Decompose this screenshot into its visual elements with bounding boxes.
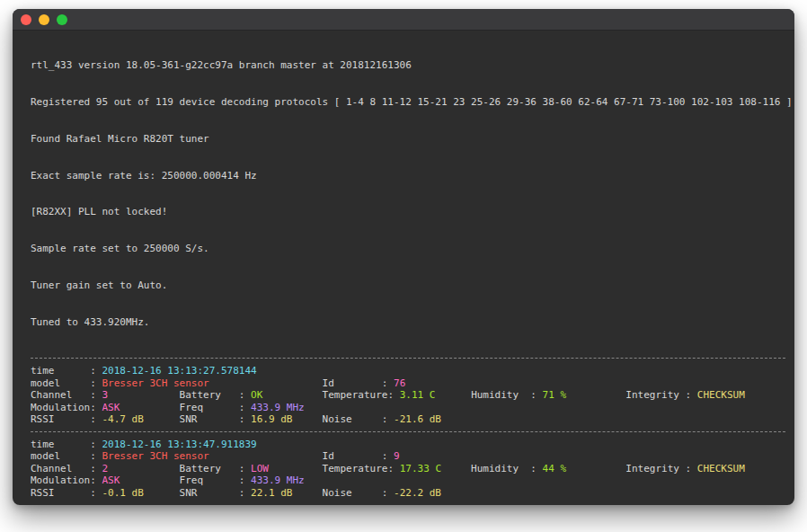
terminal-line: Found Rafael Micro R820T tuner (31, 133, 789, 146)
terminal-line: Tuner gain set to Auto. (31, 279, 789, 292)
terminal-line: model : Bresser 3CH sensor Id : 76 (31, 377, 789, 390)
field-label: Modulation: (31, 402, 102, 413)
field-value: 3.11 C (400, 389, 436, 401)
record-separator (31, 426, 789, 439)
terminal-line: Channel : 3 Battery : OK Temperature: 3.… (31, 389, 789, 402)
field-value: 9 (394, 450, 400, 462)
field-value: 433.9 MHz (251, 402, 305, 413)
field-value: 2018-12-16 13:13:47.911839 (102, 439, 256, 450)
field-value: 22.1 dB (251, 487, 292, 499)
field-value: CHECKSUM (697, 389, 745, 401)
field-label: Integrity : (566, 389, 697, 401)
field-value: 433.9 MHz (251, 474, 305, 486)
field-value: ASK (102, 474, 120, 486)
field-value: -4.7 dB (102, 413, 143, 425)
minimize-button[interactable] (39, 14, 49, 25)
record-separator (31, 500, 789, 504)
field-label: model : (31, 450, 102, 462)
field-value: -22.2 dB (394, 487, 441, 499)
terminal-line: [R82XX] PLL not locked! (31, 206, 789, 218)
terminal-content[interactable]: rtl_433 version 18.05-361-g22cc97a branc… (13, 31, 794, 504)
field-value: -21.6 dB (394, 413, 441, 425)
field-label: Id : (209, 450, 394, 462)
field-value: Bresser 3CH sensor (102, 450, 208, 462)
zoom-button[interactable] (57, 14, 67, 25)
field-label: RSSI : (31, 413, 102, 425)
field-label: Battery : (108, 389, 251, 401)
field-label: RSSI : (31, 487, 102, 499)
field-value: 76 (394, 377, 405, 389)
field-label: Id : (209, 377, 394, 389)
terminal-line: Channel : 2 Battery : LOW Temperature: 1… (31, 463, 789, 475)
terminal-line: RSSI : -4.7 dB SNR : 16.9 dB Noise : -21… (31, 413, 789, 426)
field-label: Freq : (120, 474, 251, 486)
field-value: LOW (251, 463, 269, 474)
field-label: Noise : (292, 413, 394, 425)
field-label: Channel : (31, 389, 102, 401)
terminal-line: time : 2018-12-16 13:13:27.578144 (31, 365, 789, 377)
field-value: CHECKSUM (697, 463, 745, 474)
field-label: Freq : (120, 402, 251, 413)
field-value: -0.1 dB (102, 487, 143, 499)
field-label: SNR : (144, 413, 251, 425)
field-label: time : (31, 365, 102, 377)
field-label: SNR : (144, 487, 251, 499)
terminal-line: Registered 95 out of 119 device decoding… (31, 96, 789, 109)
terminal-line: model : Bresser 3CH sensor Id : 9 (31, 450, 789, 463)
terminal-line: Sample rate set to 250000 S/s. (31, 243, 789, 255)
titlebar[interactable] (13, 9, 794, 31)
terminal-line: time : 2018-12-16 13:13:47.911839 (31, 439, 789, 451)
field-label: Integrity : (566, 463, 697, 474)
terminal-line: Modulation: ASK Freq : 433.9 MHz (31, 474, 789, 487)
field-label: model : (31, 377, 102, 389)
field-label: Noise : (292, 487, 394, 499)
field-label: Temperature: (269, 463, 400, 474)
field-value: Bresser 3CH sensor (102, 377, 208, 389)
field-label: Modulation: (31, 474, 102, 486)
terminal-line: RSSI : -0.1 dB SNR : 22.1 dB Noise : -22… (31, 487, 789, 500)
field-label: Temperature: (262, 389, 399, 401)
terminal-line: Modulation: ASK Freq : 433.9 MHz (31, 402, 789, 414)
field-value: 16.9 dB (251, 413, 292, 425)
field-label: Humidity : (435, 389, 542, 401)
record-separator (31, 352, 789, 365)
close-button[interactable] (21, 14, 31, 25)
field-label: Battery : (108, 463, 251, 474)
field-value: 44 % (543, 463, 567, 474)
terminal-window: rtl_433 version 18.05-361-g22cc97a branc… (13, 9, 794, 505)
terminal-line: Tuned to 433.920MHz. (31, 316, 789, 329)
field-label: Humidity : (441, 463, 543, 474)
terminal-line: rtl_433 version 18.05-361-g22cc97a branc… (31, 59, 789, 72)
field-value: 2018-12-16 13:13:27.578144 (102, 365, 256, 377)
field-value: 17.33 C (400, 463, 441, 474)
desktop-background: rtl_433 version 18.05-361-g22cc97a branc… (0, 0, 807, 532)
field-label: time : (31, 439, 102, 450)
field-value: OK (251, 389, 262, 401)
field-value: 71 % (543, 389, 567, 401)
field-value: ASK (102, 402, 120, 413)
field-label: Channel : (31, 463, 102, 474)
terminal-line: Exact sample rate is: 250000.000414 Hz (31, 170, 789, 182)
